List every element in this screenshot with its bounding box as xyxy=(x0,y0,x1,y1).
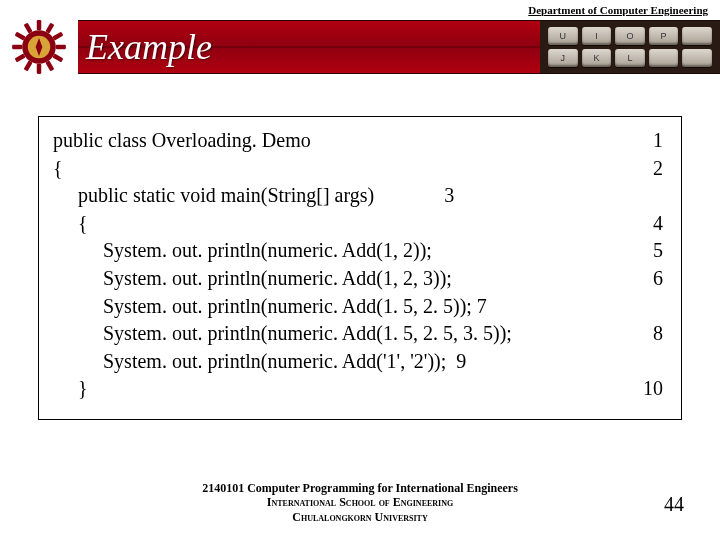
code-text: System. out. println(numeric. Add(1, 2))… xyxy=(53,239,432,261)
svg-rect-5 xyxy=(45,23,54,34)
title-bar-mid: Example xyxy=(78,20,540,74)
code-line: System. out. println(numeric. Add('1', '… xyxy=(53,348,663,376)
keyboard-key: I xyxy=(582,27,612,45)
page-number: 44 xyxy=(664,493,684,516)
code-text: public static void main(String[] args) xyxy=(53,184,444,206)
svg-rect-6 xyxy=(52,32,63,41)
footer: 2140101 Computer Programming for Interna… xyxy=(0,481,720,524)
slide-title: Example xyxy=(86,26,212,68)
svg-rect-3 xyxy=(12,45,22,49)
logo-container xyxy=(0,20,78,74)
keyboard-key xyxy=(682,49,712,67)
code-text: System. out. println(numeric. Add(1, 2, … xyxy=(53,267,452,289)
code-line: public class Overloading. Demo1 xyxy=(53,127,663,155)
svg-rect-4 xyxy=(56,45,66,49)
line-number: 2 xyxy=(653,155,663,183)
footer-course: 2140101 Computer Programming for Interna… xyxy=(0,481,720,495)
code-line: System. out. println(numeric. Add(1, 2))… xyxy=(53,237,663,265)
code-text: System. out. println(numeric. Add('1', '… xyxy=(53,350,456,372)
svg-rect-12 xyxy=(24,23,33,34)
line-number: 4 xyxy=(653,210,663,238)
code-line: System. out. println(numeric. Add(1. 5, … xyxy=(53,320,663,348)
code-text: System. out. println(numeric. Add(1. 5, … xyxy=(53,322,512,344)
line-number: 9 xyxy=(456,350,466,372)
line-number: 10 xyxy=(643,375,663,403)
gear-icon xyxy=(11,19,67,75)
code-text: public class Overloading. Demo xyxy=(53,129,311,151)
code-line: {4 xyxy=(53,210,663,238)
keyboard-key xyxy=(649,49,679,67)
code-line: System. out. println(numeric. Add(1, 2, … xyxy=(53,265,663,293)
line-number: 8 xyxy=(653,320,663,348)
code-text: System. out. println(numeric. Add(1. 5, … xyxy=(53,295,477,317)
code-text: } xyxy=(53,377,88,399)
code-text: { xyxy=(53,157,63,179)
keyboard-key xyxy=(682,27,712,45)
keyboard-key: J xyxy=(548,49,578,67)
code-line: {2 xyxy=(53,155,663,183)
line-number: 6 xyxy=(653,265,663,293)
footer-university: Chulalongkorn University xyxy=(0,510,720,524)
svg-rect-8 xyxy=(45,60,54,71)
keyboard-key: O xyxy=(615,27,645,45)
keyboard-image: UIOPJKL xyxy=(540,20,720,74)
department-label: Department of Computer Engineering xyxy=(528,4,708,16)
svg-rect-1 xyxy=(37,20,41,30)
keyboard-key: L xyxy=(615,49,645,67)
svg-rect-2 xyxy=(37,64,41,74)
svg-rect-9 xyxy=(24,60,33,71)
code-line: public static void main(String[] args) 3 xyxy=(53,182,663,210)
code-text: { xyxy=(53,212,88,234)
code-line: System. out. println(numeric. Add(1. 5, … xyxy=(53,293,663,321)
title-bar: Example UIOPJKL xyxy=(0,20,720,74)
footer-school: International School of Engineering xyxy=(0,495,720,509)
code-line: }10 xyxy=(53,375,663,403)
keyboard-key: U xyxy=(548,27,578,45)
keyboard-key: P xyxy=(649,27,679,45)
keyboard-key: K xyxy=(582,49,612,67)
svg-rect-7 xyxy=(52,53,63,62)
line-number: 3 xyxy=(444,184,454,206)
line-number: 7 xyxy=(477,295,487,317)
svg-rect-11 xyxy=(15,32,26,41)
code-block: public class Overloading. Demo1{2 public… xyxy=(38,116,682,420)
line-number: 1 xyxy=(653,127,663,155)
line-number: 5 xyxy=(653,237,663,265)
svg-rect-10 xyxy=(15,53,26,62)
